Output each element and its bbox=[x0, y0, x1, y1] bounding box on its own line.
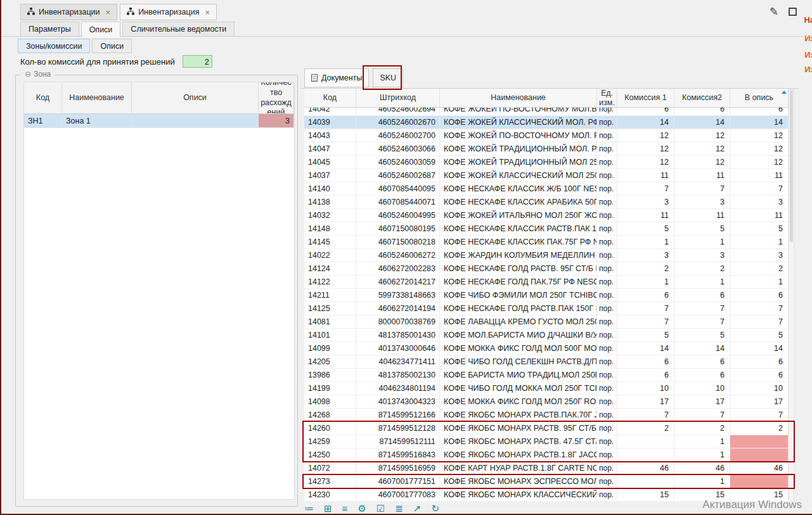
cell-unit: пор. bbox=[597, 462, 617, 475]
window-tab-bar: Инвентаризации × Инвентаризация × bbox=[20, 4, 217, 20]
table-row[interactable]: 140474605246003066КОФЕ ЖОКЕЙ ТРАДИЦИОННЫ… bbox=[304, 143, 789, 156]
cell-v: 5 bbox=[730, 329, 789, 342]
sort-lines-icon[interactable]: ≡ bbox=[342, 504, 348, 513]
table-row[interactable]: 140394605246002670КОФЕ ЖОКЕЙ КЛАССИЧЕСКИ… bbox=[304, 116, 789, 129]
cell-code: 14047 bbox=[304, 143, 356, 156]
table-row[interactable]: 142115997338148663КОФЕ ЧИБО ФЭМИЛИ МОЛ 2… bbox=[304, 289, 789, 302]
table-row[interactable]: 140994013743000646КОФЕ МОККА ФИКС ГОЛД М… bbox=[304, 342, 789, 355]
column-header-name[interactable]: Наименование bbox=[62, 82, 132, 113]
column-header-v-opis[interactable]: В опись bbox=[730, 89, 789, 107]
export-icon[interactable]: ↗ bbox=[413, 504, 422, 513]
column-header-discrepancy-count[interactable]: Количество расхождений bbox=[259, 82, 294, 113]
table-row[interactable]: 140818000070038769КОФЕ ЛАВАЦЦА КРЕМО ГУС… bbox=[304, 315, 789, 329]
numbered-list-icon[interactable]: ≔ bbox=[304, 504, 314, 513]
table-row[interactable]: 142508714599516843КОФЕ ЯКОБС МОНАРХ РАСТ… bbox=[304, 448, 789, 462]
table-row[interactable]: 140728714599516959КОФЕ КАРТ НУАР РАСТВ.1… bbox=[304, 462, 789, 475]
column-header-barcode[interactable]: Штрихкод bbox=[356, 89, 440, 107]
table-row[interactable]: 141404607085440095КОФЕ НЕСКАФЕ КЛАССИК Ж… bbox=[304, 182, 789, 196]
tab-parametry[interactable]: Параметры bbox=[20, 22, 79, 37]
cell-barcode: 8714599516843 bbox=[356, 448, 440, 462]
scrollbar-thumb[interactable] bbox=[790, 90, 793, 242]
vertical-scrollbar[interactable] bbox=[789, 89, 794, 502]
cell-barcode: 8714599512166 bbox=[356, 409, 440, 422]
column-header-code[interactable]: Код bbox=[24, 82, 62, 113]
cell-code: 14037 bbox=[304, 169, 356, 182]
cell-k2: 12 bbox=[674, 129, 730, 143]
tab-inventarizaciya[interactable]: Инвентаризация × bbox=[120, 4, 217, 20]
settings-gear-icon[interactable]: ⚙ bbox=[358, 504, 366, 513]
tab-zony-komissii[interactable]: Зоны/комиссии bbox=[18, 39, 90, 53]
close-tab-icon[interactable]: × bbox=[106, 8, 111, 17]
column-header-opisi[interactable]: Описи bbox=[132, 82, 259, 113]
table-row[interactable]: 140454605246003059КОФЕ ЖОКЕЙ ТРАДИЦИОННЫ… bbox=[304, 156, 789, 169]
table-row[interactable]: 141014813785001430КОФЕ МОЛ.БАРИСТА МИО Д… bbox=[304, 329, 789, 342]
edit-pencil-icon[interactable]: ✎ bbox=[770, 5, 778, 18]
cell-v: 46 bbox=[730, 462, 789, 475]
table-row[interactable]: 142734607001777151КОФЕ ЯКОБС МОНАРХ ЭСПР… bbox=[304, 475, 789, 488]
table-row[interactable]: 141994046234801194КОФЕ ЧИБО ГОЛД МОККА М… bbox=[304, 382, 789, 395]
table-row[interactable]: 139864813785002130КОФЕ БАРИСТА МИО ТРАДИ… bbox=[304, 369, 789, 382]
tab-sku[interactable]: SKU bbox=[373, 68, 403, 87]
cell-v: 12 bbox=[730, 143, 789, 156]
column-header-commission1[interactable]: Комиссия 1 bbox=[617, 89, 674, 107]
cell-k1: 11 bbox=[617, 209, 674, 222]
cell-unit: пор. bbox=[597, 475, 617, 488]
table-row[interactable]: 141254606272014194КОФЕ НЕСКАФЕ ГОЛД РАСТ… bbox=[304, 302, 789, 315]
tab-opisi-inner[interactable]: Описи bbox=[92, 39, 132, 53]
close-tab-icon[interactable]: × bbox=[205, 8, 210, 17]
commission-count-label: Кол-во комиссий для принятия решений bbox=[20, 57, 175, 67]
cell-k2: 6 bbox=[674, 289, 730, 302]
zone-cell-count: 3 bbox=[259, 114, 294, 127]
edge-label: Из bbox=[804, 65, 812, 74]
table-row[interactable]: 140324605246004995КОФЕ ЖОКЕЙ ИТАЛЬЯНО МО… bbox=[304, 209, 789, 222]
cell-k2: 6 bbox=[674, 369, 730, 382]
grid-view-icon[interactable]: ⊞ bbox=[324, 504, 332, 513]
cell-k1: 11 bbox=[617, 169, 674, 182]
column-header-name[interactable]: Наименование bbox=[440, 89, 597, 107]
table-row[interactable]: 141244606272002283КОФЕ НЕСКАФЕ ГОЛД РАСТ… bbox=[304, 262, 789, 276]
table-row[interactable]: 140434605246002700КОФЕ ЖОКЕЙ ПО-ВОСТОЧНО… bbox=[304, 129, 789, 143]
table-row[interactable]: 140984013743004323КОФЕ МОККА ФИКС ГОЛД М… bbox=[304, 395, 789, 409]
tab-dokumenty[interactable]: Документы bbox=[304, 68, 369, 87]
table-row[interactable]: 140374605246002687КОФЕ ЖОКЕЙ КЛАССИЧЕСКИ… bbox=[304, 169, 789, 182]
table-row[interactable]: 141454607150080218КОФЕ НЕСКАФЕ КЛАССИК П… bbox=[304, 236, 789, 249]
table-row-partial[interactable]: 140424605246002694КОФЕ ЖОКЕЙ ПО-ВОСТОЧНО… bbox=[304, 108, 789, 116]
fullscreen-icon[interactable] bbox=[789, 8, 797, 16]
table-row[interactable]: 142608714599512128КОФЕ ЯКОБС МОНАРХ РАСТ… bbox=[304, 422, 789, 435]
checklist-icon[interactable]: ☑ bbox=[377, 504, 385, 513]
cell-v: 11 bbox=[730, 209, 789, 222]
zone-cell-name: Зона 1 bbox=[62, 114, 132, 127]
commission-count-input[interactable]: 2 bbox=[183, 55, 212, 68]
collapse-icon[interactable]: ⊖ bbox=[25, 70, 31, 79]
zone-row[interactable]: ЗН1 Зона 1 3 bbox=[24, 114, 294, 128]
table-row[interactable]: 141384607085440071КОФЕ НЕСКАФЕ КЛАССИК А… bbox=[304, 196, 789, 209]
table-row[interactable]: 142598714599512111КОФЕ ЯКОБС МОНАРХ РАСТ… bbox=[304, 435, 789, 448]
cell-k2: 1 bbox=[674, 236, 730, 249]
column-header-unit[interactable]: Ед. изм. bbox=[597, 89, 617, 107]
refresh-icon[interactable]: ↻ bbox=[431, 504, 439, 513]
table-row[interactable]: 140224605246006272КОФЕ ЖАРДИН КОЛУМБИЯ М… bbox=[304, 249, 789, 262]
tab-slichitelnye-vedomosti[interactable]: Сличительные ведомости bbox=[122, 22, 235, 37]
sort-indicator-icon[interactable] bbox=[782, 91, 787, 94]
table-row[interactable]: 140424605246002694КОФЕ ЖОКЕЙ ПО-ВОСТОЧНО… bbox=[304, 108, 789, 116]
table-row[interactable]: 142054046234771411КОФЕ ЧИБО ГОЛД СЕЛЕКШН… bbox=[304, 355, 789, 369]
tab-opisi[interactable]: Описи bbox=[81, 22, 121, 37]
cell-k1: 1 bbox=[617, 236, 674, 249]
table-row[interactable]: 141484607150080195КОФЕ НЕСКАФЕ КЛАССИК Р… bbox=[304, 222, 789, 236]
table-row[interactable]: 142688714599512166КОФЕ ЯКОБС МОНАРХ РАСТ… bbox=[304, 409, 789, 422]
cell-v: 10 bbox=[730, 382, 789, 395]
cell-barcode: 4605246002700 bbox=[356, 129, 440, 143]
filter-lines-icon[interactable]: ≣ bbox=[395, 504, 403, 513]
column-header-code[interactable]: Код bbox=[304, 89, 356, 107]
cell-name: КОФЕ НЕСКАФЕ ГОЛД РАСТВ.ПАК 150Г NESC bbox=[440, 302, 597, 315]
column-header-commission2[interactable]: Комиссия2 bbox=[674, 89, 730, 107]
cell-barcode: 8714599516959 bbox=[356, 462, 440, 475]
cell-name: КОФЕ ЧИБО ГОЛД СЕЛЕКШН РАСТВ.Д/ПАК.7 bbox=[440, 355, 597, 369]
cell-k2: 5 bbox=[674, 222, 730, 236]
cell-k1: 7 bbox=[617, 409, 674, 422]
cell-k1: 15 bbox=[617, 488, 674, 502]
tab-inventarizacii[interactable]: Инвентаризации × bbox=[20, 4, 117, 20]
table-row[interactable]: 141224606272014217КОФЕ НЕСКАФЕ ГОЛД ПАК.… bbox=[304, 276, 789, 289]
tab-label: Инвентаризации bbox=[39, 8, 100, 16]
cell-barcode: 4013743000646 bbox=[356, 342, 440, 355]
